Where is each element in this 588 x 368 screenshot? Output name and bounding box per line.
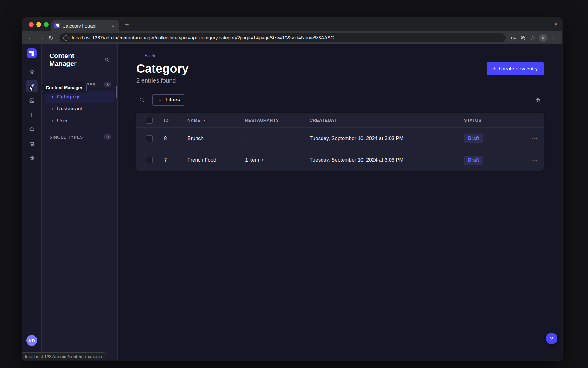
nav-content-type-builder-icon[interactable] [26, 109, 38, 121]
table-row[interactable]: 8 Brunch - Tuesday, September 10, 2024 a… [136, 127, 544, 149]
row-actions-icon[interactable]: ⋯ [528, 154, 541, 166]
nav-cloud-icon[interactable] [26, 123, 38, 135]
zoom-window-button[interactable] [44, 22, 49, 27]
row-checkbox[interactable] [146, 135, 153, 142]
content-manager-tooltip: Content Manager [42, 83, 87, 92]
sidebar-item-label: User [57, 118, 68, 124]
bookmark-star-icon[interactable]: ☆ [528, 33, 537, 43]
back-label: Back [144, 53, 156, 59]
cell-name: French Food [187, 157, 245, 163]
zoom-icon[interactable] [518, 33, 528, 43]
nav-home-icon[interactable] [26, 66, 38, 78]
subnav-title: Content Manager [49, 52, 102, 68]
collection-types-count-badge: 3 [104, 82, 111, 87]
browser-menu-icon[interactable]: ⋮ [549, 33, 559, 43]
address-bar[interactable]: i localhost:1337/admin/content-manager/c… [59, 33, 506, 42]
sidebar-item-restaurant[interactable]: Restaurant [45, 103, 114, 115]
create-new-entry-button[interactable]: + Create new entry [487, 62, 544, 75]
strapi-logo[interactable] [27, 48, 37, 58]
subnav-scrollbar-thumb[interactable] [116, 86, 117, 98]
column-header-createdat[interactable]: CREATEDAT [310, 118, 464, 123]
close-window-button[interactable] [29, 22, 34, 27]
subnav-divider [49, 74, 58, 74]
entries-count: 2 entries found [136, 77, 544, 84]
view-settings-icon[interactable] [532, 94, 544, 106]
mouse-cursor [28, 85, 35, 92]
window-controls [29, 22, 49, 27]
tab-search-chevron-icon[interactable]: ▾ [554, 22, 557, 27]
cell-createdat: Tuesday, September 10, 2024 at 3:03 PM [310, 136, 464, 142]
link-preview-status: localhost:1337/admin/content-manager [22, 352, 106, 360]
main-content: ← Back Category + Create new entry 2 ent… [118, 44, 562, 360]
single-types-count-badge: 0 [104, 134, 111, 140]
browser-back-button[interactable]: ← [26, 33, 36, 43]
strapi-favicon [54, 23, 60, 28]
browser-forward-button[interactable]: → [36, 33, 46, 43]
page-title: Category [136, 62, 189, 75]
site-info-icon[interactable]: i [63, 35, 69, 41]
nav-media-library-icon[interactable] [26, 95, 38, 107]
expand-relation-icon: ▾ [262, 158, 263, 162]
row-actions-icon[interactable]: ⋯ [528, 133, 541, 144]
user-avatar[interactable]: KD [26, 335, 37, 346]
cell-id: 8 [164, 136, 187, 142]
back-arrow-icon: ← [136, 53, 142, 59]
list-search-icon[interactable] [136, 94, 148, 106]
cell-createdat: Tuesday, September 10, 2024 at 3:03 PM [310, 157, 464, 163]
nav-marketplace-icon[interactable] [26, 138, 38, 150]
new-tab-button[interactable]: + [122, 20, 131, 29]
tab-strip: Category | Strapi × + ▾ [22, 18, 562, 31]
sidebar-item-category[interactable]: Category [45, 91, 114, 103]
cell-id: 7 [164, 157, 187, 163]
status-badge: Draft [464, 134, 483, 143]
strapi-app: KD Content Manager COLLECTION TYPES 3 [22, 44, 562, 360]
filter-icon [157, 98, 163, 103]
sidebar-item-label: Category [57, 94, 79, 100]
bullet-icon [52, 120, 53, 122]
filters-button[interactable]: Filters [152, 94, 185, 106]
sidebar-item-user[interactable]: User [45, 115, 114, 127]
column-header-restaurants[interactable]: RESTAURANTS [245, 118, 310, 123]
browser-toolbar: ← → ↻ i localhost:1337/admin/content-man… [22, 31, 562, 44]
url-text[interactable]: localhost:1337/admin/content-manager/col… [72, 35, 334, 41]
help-button[interactable]: ? [546, 333, 557, 344]
subnav-search-icon[interactable] [102, 55, 112, 65]
tab-title: Category | Strapi [63, 23, 107, 28]
table-header-row: ID NAME ▲ RESTAURANTS CREATEDAT STATUS [136, 113, 544, 127]
cell-restaurants: - [245, 136, 310, 142]
cell-name: Brunch [187, 136, 245, 142]
column-header-name[interactable]: NAME ▲ [187, 118, 245, 123]
table-row[interactable]: 7 French Food 1 item ▾ Tuesday, Septembe… [136, 149, 544, 171]
bullet-icon [52, 108, 53, 110]
status-badge: Draft [464, 156, 483, 165]
sidebar-item-label: Restaurant [57, 106, 82, 112]
back-link[interactable]: ← Back [136, 53, 544, 59]
browser-window: Category | Strapi × + ▾ ← → ↻ i localhos… [22, 18, 562, 360]
bullet-icon [52, 96, 53, 98]
column-header-id[interactable]: ID [164, 118, 187, 123]
password-manager-icon[interactable] [509, 33, 518, 43]
single-types-label: SINGLE TYPES [49, 135, 83, 139]
cell-restaurants[interactable]: 1 item ▾ [245, 157, 310, 163]
column-header-status[interactable]: STATUS [464, 118, 522, 123]
sort-ascending-icon: ▲ [203, 118, 206, 122]
tab-close-icon[interactable]: × [110, 23, 116, 29]
nav-settings-icon[interactable] [26, 152, 38, 164]
entries-table: ID NAME ▲ RESTAURANTS CREATEDAT STATUS 8… [136, 113, 544, 171]
browser-tab[interactable]: Category | Strapi × [51, 20, 119, 31]
row-checkbox[interactable] [146, 157, 153, 163]
select-all-checkbox[interactable] [146, 117, 153, 124]
browser-reload-button[interactable]: ↻ [46, 33, 56, 43]
browser-profile-avatar[interactable] [539, 34, 547, 42]
minimize-window-button[interactable] [36, 22, 41, 27]
plus-icon: + [492, 66, 496, 72]
